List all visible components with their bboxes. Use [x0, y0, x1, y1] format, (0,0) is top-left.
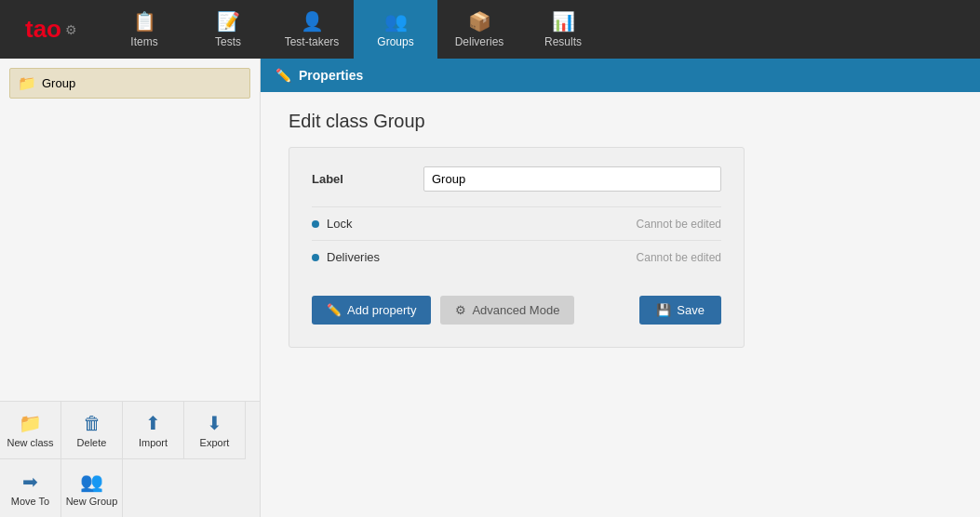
items-icon: 📋 [133, 10, 156, 33]
new-class-label: New class [7, 437, 53, 448]
tests-icon: 📝 [217, 10, 240, 33]
import-button[interactable]: ⬆ Import [123, 402, 184, 459]
pencil-icon: ✏️ [275, 68, 291, 83]
test-takers-icon: 👤 [301, 10, 324, 33]
test-takers-label: Test-takers [285, 35, 340, 48]
import-icon: ⬆ [145, 412, 161, 434]
deliveries-property-name: Deliveries [327, 250, 637, 264]
lock-cannot-edit: Cannot be edited [637, 218, 721, 231]
label-input[interactable] [423, 166, 721, 192]
groups-label: Groups [377, 35, 413, 48]
sidebar-toolbar: 📁 New class 🗑 Delete ⬆ Import ⬇ Export ➡… [0, 401, 260, 517]
new-group-icon: 👥 [80, 471, 103, 493]
properties-panel: ✏️ Properties Edit class Group Label Loc… [261, 59, 980, 517]
deliveries-property-row: Deliveries Cannot be edited [312, 240, 721, 273]
delete-label: Delete [77, 437, 107, 448]
logo: tao ⚙ [0, 15, 102, 44]
form-actions: ✏️ Add property ⚙ Advanced Mode 💾 Save [312, 296, 721, 325]
nav-item-deliveries[interactable]: 📦 Deliveries [437, 0, 521, 59]
logo-text: tao [25, 15, 61, 44]
tests-label: Tests [215, 35, 241, 48]
logo-icon: ⚙ [65, 22, 77, 37]
delete-icon: 🗑 [83, 413, 101, 434]
nav-items: 📋 Items 📝 Tests 👤 Test-takers 👥 Groups 📦… [102, 0, 605, 59]
sidebar-tree: 📁 Group [0, 59, 260, 401]
add-property-icon: ✏️ [327, 303, 342, 317]
edit-form: Label Lock Cannot be edited Deliveries C… [289, 147, 745, 348]
move-to-icon: ➡ [22, 471, 38, 493]
save-icon: 💾 [656, 303, 671, 317]
nav-item-results[interactable]: 📊 Results [521, 0, 605, 59]
folder-icon: 📁 [18, 74, 36, 92]
sidebar: 📁 Group 📁 New class 🗑 Delete ⬆ Import ⬇ … [0, 59, 261, 517]
label-row: Label [312, 166, 721, 192]
label-field-label: Label [312, 172, 405, 186]
nav-item-test-takers[interactable]: 👤 Test-takers [270, 0, 354, 59]
export-label: Export [200, 437, 230, 448]
delete-button[interactable]: 🗑 Delete [61, 402, 123, 459]
lock-property-name: Lock [327, 217, 637, 231]
results-icon: 📊 [552, 10, 575, 33]
lock-property-row: Lock Cannot be edited [312, 206, 721, 240]
move-to-button[interactable]: ➡ Move To [0, 459, 61, 517]
properties-content: Edit class Group Label Lock Cannot be ed… [261, 92, 980, 517]
nav-item-tests[interactable]: 📝 Tests [186, 0, 270, 59]
new-group-button[interactable]: 👥 New Group [61, 459, 123, 517]
add-property-button[interactable]: ✏️ Add property [312, 296, 431, 325]
export-icon: ⬇ [207, 412, 222, 434]
advanced-mode-button[interactable]: ⚙ Advanced Mode [440, 296, 574, 325]
tree-item-group-label: Group [42, 76, 75, 90]
nav-item-groups[interactable]: 👥 Groups [354, 0, 437, 59]
edit-title: Edit class Group [289, 111, 952, 132]
deliveries-label: Deliveries [455, 35, 504, 48]
properties-header-label: Properties [299, 68, 363, 83]
nav-item-items[interactable]: 📋 Items [102, 0, 186, 59]
groups-icon: 👥 [384, 10, 408, 33]
new-group-label: New Group [66, 496, 118, 507]
advanced-mode-label: Advanced Mode [472, 303, 559, 317]
save-label: Save [677, 303, 705, 317]
gear-icon: ⚙ [455, 303, 466, 317]
new-class-icon: 📁 [19, 412, 42, 434]
lock-bullet [312, 220, 319, 228]
add-property-label: Add property [347, 303, 416, 317]
deliveries-bullet [312, 254, 319, 261]
tree-item-group[interactable]: 📁 Group [9, 68, 250, 99]
move-to-label: Move To [11, 496, 49, 507]
deliveries-cannot-edit: Cannot be edited [637, 251, 721, 264]
items-label: Items [130, 35, 157, 48]
new-class-button[interactable]: 📁 New class [0, 402, 61, 459]
results-label: Results [544, 35, 582, 48]
deliveries-icon: 📦 [468, 10, 491, 33]
main-layout: 📁 Group 📁 New class 🗑 Delete ⬆ Import ⬇ … [0, 59, 980, 517]
top-nav: tao ⚙ 📋 Items 📝 Tests 👤 Test-takers 👥 Gr… [0, 0, 980, 59]
import-label: Import [139, 437, 168, 448]
save-button[interactable]: 💾 Save [639, 296, 721, 325]
export-button[interactable]: ⬇ Export [184, 402, 246, 459]
properties-header: ✏️ Properties [261, 59, 980, 92]
